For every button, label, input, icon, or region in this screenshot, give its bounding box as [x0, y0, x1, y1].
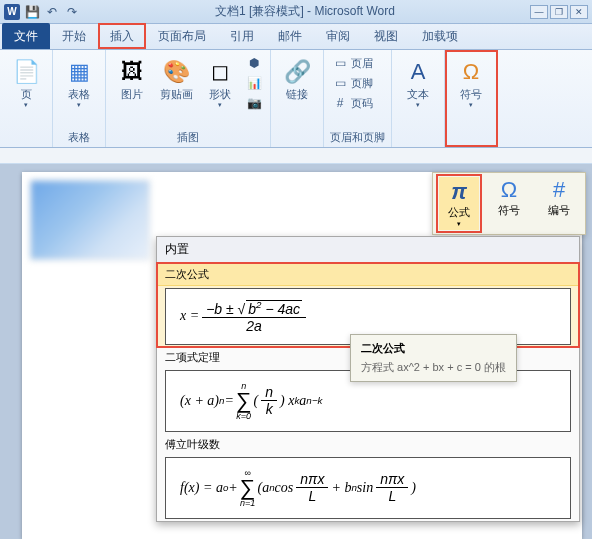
title-bar: W 💾 ↶ ↷ 文档1 [兼容模式] - Microsoft Word — ❐ …	[0, 0, 592, 24]
group-tables: ▦ 表格 ▾ 表格	[53, 50, 106, 147]
tab-insert[interactable]: 插入	[98, 23, 146, 49]
equation-item-fourier[interactable]: 傅立叶级数 f(x) = ao + ∞∑n=1 (an cos nπxL + b…	[157, 434, 579, 521]
tab-home[interactable]: 开始	[50, 23, 98, 49]
group-pages: 📄 页 ▾ 页	[0, 50, 53, 147]
tab-view[interactable]: 视图	[362, 23, 410, 49]
save-icon[interactable]: 💾	[24, 4, 40, 20]
table-icon: ▦	[63, 56, 95, 88]
window-buttons: — ❐ ✕	[530, 5, 588, 19]
chevron-down-icon: ▾	[218, 101, 222, 109]
group-illustrations: 🖼 图片 🎨 剪贴画 ◻ 形状 ▾ ⬢ 📊 📷 插图	[106, 50, 271, 147]
equation-tools-popup: π 公式 ▾ Ω 符号 # 编号	[432, 172, 586, 235]
shapes-button[interactable]: ◻ 形状 ▾	[200, 54, 240, 111]
document-image-placeholder	[30, 180, 150, 260]
smartart-button[interactable]: ⬢	[244, 54, 264, 72]
screenshot-icon: 📷	[246, 95, 262, 111]
shapes-icon: ◻	[204, 56, 236, 88]
equation-tooltip: 二次公式 方程式 ax^2 + bx + c = 0 的根	[350, 334, 517, 382]
picture-icon: 🖼	[116, 56, 148, 88]
tab-mailings[interactable]: 邮件	[266, 23, 314, 49]
page-icon: 📄	[10, 56, 42, 88]
chevron-down-icon: ▾	[469, 101, 473, 109]
picture-button[interactable]: 🖼 图片	[112, 54, 152, 103]
minimize-button[interactable]: —	[530, 5, 548, 19]
number-icon: #	[553, 177, 565, 203]
omega-icon: Ω	[501, 177, 517, 203]
window-title: 文档1 [兼容模式] - Microsoft Word	[80, 3, 530, 20]
pages-button[interactable]: 📄 页 ▾	[6, 54, 46, 111]
group-header-footer: ▭页眉 ▭页脚 #页码 页眉和页脚	[324, 50, 392, 147]
smartart-icon: ⬢	[246, 55, 262, 71]
chevron-down-icon: ▾	[416, 101, 420, 109]
quick-access-toolbar: 💾 ↶ ↷	[24, 4, 80, 20]
chart-icon: 📊	[246, 75, 262, 91]
clipart-icon: 🎨	[160, 56, 192, 88]
clipart-button[interactable]: 🎨 剪贴画	[156, 54, 196, 103]
omega-icon: Ω	[455, 56, 487, 88]
equation-preview-fourier: f(x) = ao + ∞∑n=1 (an cos nπxL + bn sin …	[165, 457, 571, 519]
table-button[interactable]: ▦ 表格 ▾	[59, 54, 99, 111]
chevron-down-icon: ▾	[77, 101, 81, 109]
close-button[interactable]: ✕	[570, 5, 588, 19]
ribbon-insert: 📄 页 ▾ 页 ▦ 表格 ▾ 表格 🖼 图片 🎨 剪贴画	[0, 50, 592, 148]
group-links: 🔗 链接 .	[271, 50, 324, 147]
textbox-button[interactable]: A 文本 ▾	[398, 54, 438, 111]
word-app-icon: W	[4, 4, 20, 20]
restore-button[interactable]: ❐	[550, 5, 568, 19]
textbox-icon: A	[402, 56, 434, 88]
tab-review[interactable]: 审阅	[314, 23, 362, 49]
group-text: A 文本 ▾ .	[392, 50, 445, 147]
tab-references[interactable]: 引用	[218, 23, 266, 49]
symbol-button-popup[interactable]: Ω 符号	[489, 177, 529, 230]
symbol-button[interactable]: Ω 符号 ▾	[451, 54, 491, 111]
number-button-popup[interactable]: # 编号	[539, 177, 579, 230]
link-icon: 🔗	[281, 56, 313, 88]
header-button[interactable]: ▭页眉	[330, 54, 375, 72]
pagenum-icon: #	[332, 95, 348, 111]
screenshot-button[interactable]: 📷	[244, 94, 264, 112]
equation-gallery-header: 内置	[157, 237, 579, 263]
pi-icon: π	[451, 179, 467, 205]
ribbon-tabs: 文件 开始 插入 页面布局 引用 邮件 审阅 视图 加载项	[0, 24, 592, 50]
document-workspace: π 公式 ▾ Ω 符号 # 编号 内置 二次公式 x = −b ± b2 − 4…	[0, 164, 592, 539]
pagenum-button[interactable]: #页码	[330, 94, 375, 112]
tooltip-description: 方程式 ax^2 + bx + c = 0 的根	[361, 360, 506, 375]
undo-icon[interactable]: ↶	[44, 4, 60, 20]
chart-button[interactable]: 📊	[244, 74, 264, 92]
footer-button[interactable]: ▭页脚	[330, 74, 375, 92]
tab-addins[interactable]: 加载项	[410, 23, 470, 49]
footer-icon: ▭	[332, 75, 348, 91]
chevron-down-icon: ▾	[24, 101, 28, 109]
tab-file[interactable]: 文件	[2, 23, 50, 49]
tooltip-title: 二次公式	[361, 341, 506, 356]
ruler	[0, 148, 592, 164]
header-icon: ▭	[332, 55, 348, 71]
tab-layout[interactable]: 页面布局	[146, 23, 218, 49]
chevron-down-icon: ▾	[457, 220, 461, 228]
equation-button[interactable]: π 公式 ▾	[439, 177, 479, 230]
redo-icon[interactable]: ↷	[64, 4, 80, 20]
hyperlink-button[interactable]: 🔗 链接	[277, 54, 317, 103]
group-symbols: Ω 符号 ▾ .	[445, 50, 498, 147]
